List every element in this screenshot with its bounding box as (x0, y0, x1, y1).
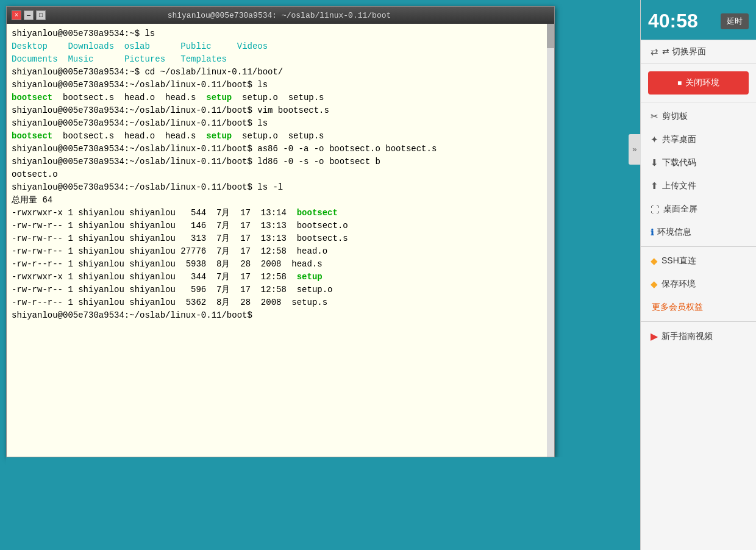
maximize-window-button[interactable]: □ (36, 10, 46, 20)
switch-interface-icon: ⇄ (651, 46, 658, 57)
ssh-icon: ◆ (651, 255, 658, 266)
right-panel: 40:58 延时 ⇄ ⇄ 切换界面 ■ 关闭环境 » ✂ 剪切板 ✦ 共享桌面 … (640, 0, 756, 550)
bottom-background (6, 457, 634, 544)
newbie-video-item[interactable]: ▶ 新手指南视频 (641, 324, 756, 348)
upload-file-item[interactable]: ⬆ 上传文件 (641, 174, 756, 198)
close-env-button[interactable]: ■ 关闭环境 (648, 71, 749, 95)
divider-ssh (641, 246, 756, 247)
close-env-icon: ■ (677, 79, 682, 87)
newbie-video-label: 新手指南视频 (661, 331, 713, 342)
more-benefits-item[interactable]: 更多会员权益 (641, 296, 756, 319)
fullscreen-label: 桌面全屏 (663, 204, 697, 215)
close-window-button[interactable]: × (12, 10, 21, 20)
env-info-icon: ℹ (651, 227, 654, 237)
terminal-area: × — □ shiyanlou@005e730a9534: ~/oslab/li… (0, 0, 640, 550)
share-desktop-label: 共享桌面 (662, 134, 696, 145)
timer-display: 40:58 (648, 10, 698, 32)
switch-interface-label: ⇄ 切换界面 (662, 46, 706, 57)
download-code-icon: ⬇ (651, 157, 658, 168)
terminal-scrollbar[interactable] (547, 24, 554, 457)
divider-2 (641, 102, 756, 102)
download-code-label: 下载代码 (662, 157, 696, 168)
ssh-item[interactable]: ◆ SSH直连 (641, 249, 756, 273)
save-env-icon: ◆ (651, 279, 658, 290)
upload-file-label: 上传文件 (662, 180, 696, 191)
fullscreen-icon: ⛶ (651, 204, 660, 215)
env-info-label: 环境信息 (657, 227, 691, 238)
terminal-output: shiyanlou@005e730a9534:~$ ls Desktop Dow… (12, 27, 542, 322)
share-desktop-item[interactable]: ✦ 共享桌面 (641, 128, 756, 151)
env-info-item[interactable]: ℹ 环境信息 (641, 221, 756, 244)
close-env-label: 关闭环境 (685, 77, 719, 88)
window-title: shiyanlou@005e730a9534: ~/oslab/linux-0.… (46, 11, 513, 20)
newbie-video-icon: ▶ (651, 330, 658, 342)
scrollbar-thumb[interactable] (547, 24, 554, 48)
titlebar-buttons: × — □ (12, 10, 46, 20)
switch-interface-item[interactable]: ⇄ ⇄ 切换界面 (641, 40, 756, 64)
minimize-window-button[interactable]: — (24, 10, 34, 20)
divider-newbie (641, 321, 756, 322)
clipboard-icon: ✂ (651, 111, 658, 122)
more-benefits-label: 更多会员权益 (651, 302, 703, 313)
share-desktop-icon: ✦ (651, 134, 658, 145)
collapse-tab[interactable]: » (629, 134, 641, 165)
clipboard-label: 剪切板 (662, 111, 688, 122)
terminal-window: × — □ shiyanlou@005e730a9534: ~/oslab/li… (6, 6, 555, 457)
delay-button[interactable]: 延时 (721, 13, 749, 29)
save-env-label: 保存环境 (661, 279, 696, 290)
clipboard-item[interactable]: ✂ 剪切板 (641, 105, 756, 128)
save-env-item[interactable]: ◆ 保存环境 (641, 273, 756, 296)
fullscreen-item[interactable]: ⛶ 桌面全屏 (641, 198, 756, 221)
upload-file-icon: ⬆ (651, 180, 658, 191)
download-code-item[interactable]: ⬇ 下载代码 (641, 151, 756, 174)
ssh-label: SSH直连 (661, 255, 696, 266)
terminal-body[interactable]: shiyanlou@005e730a9534:~$ ls Desktop Dow… (7, 24, 547, 457)
collapse-icon: » (632, 145, 637, 154)
terminal-titlebar: × — □ shiyanlou@005e730a9534: ~/oslab/li… (7, 7, 554, 24)
timer-section: 40:58 延时 (641, 0, 756, 40)
